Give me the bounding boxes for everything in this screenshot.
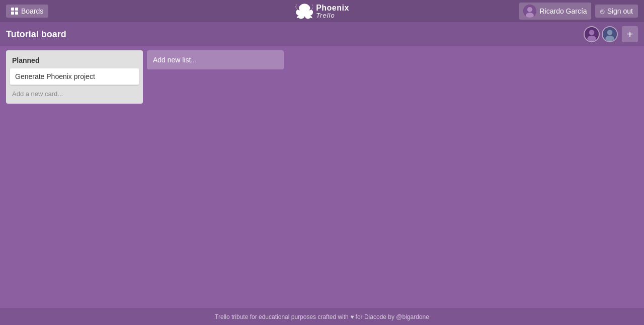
user-button[interactable]: Ricardo García [519, 3, 591, 20]
logo-phoenix: Phoenix [316, 4, 349, 12]
signout-label: Sign out [607, 7, 633, 15]
footer-text-part1: Trello tribute for educational purposes … [215, 313, 349, 320]
logo-trello: Trello [316, 12, 349, 19]
add-card-button-planned[interactable]: Add a new card... [10, 88, 139, 100]
boards-button[interactable]: Boards [6, 5, 48, 18]
board-title: Tutorial board [6, 29, 66, 40]
navbar-center: Phoenix Trello [295, 3, 349, 19]
member-avatar-2[interactable] [602, 26, 618, 42]
add-list-label: Add new list... [153, 56, 197, 64]
svg-point-8 [607, 30, 613, 35]
add-member-icon: + [627, 29, 633, 40]
add-list-button[interactable]: Add new list... [147, 50, 284, 69]
signout-button[interactable]: ⎋ Sign out [595, 5, 638, 18]
board-content: Planned Generate Phoenix project Add a n… [0, 46, 644, 308]
add-member-button[interactable]: + [622, 26, 638, 42]
boards-icon [11, 8, 18, 15]
signout-icon: ⎋ [600, 7, 604, 15]
navbar-left: Boards [6, 5, 48, 18]
add-card-label: Add a new card... [12, 90, 63, 98]
svg-point-0 [299, 8, 301, 9]
logo-bird-icon [295, 3, 313, 19]
user-avatar-image [523, 5, 536, 18]
footer-text: Trello tribute for educational purposes … [215, 313, 429, 320]
svg-point-6 [587, 36, 596, 42]
list-title-planned: Planned [10, 54, 139, 68]
user-name-label: Ricardo García [539, 7, 587, 15]
board-header-right: + [584, 26, 638, 42]
card-text: Generate Phoenix project [15, 72, 95, 80]
member-avatar-2-image [603, 26, 617, 42]
board-header: Tutorial board + [0, 22, 644, 46]
footer-heart: ♥ [350, 313, 354, 320]
footer-text-part2: for Diacode by @bigardone [356, 313, 429, 320]
navbar: Boards Phoenix Trello [0, 0, 644, 22]
logo-container: Phoenix Trello [295, 3, 349, 19]
svg-point-9 [605, 36, 614, 42]
svg-point-2 [527, 7, 532, 12]
navbar-right: Ricardo García ⎋ Sign out [519, 3, 638, 20]
logo-text: Phoenix Trello [316, 4, 349, 19]
boards-label: Boards [21, 7, 43, 15]
svg-point-5 [589, 30, 595, 35]
card-generate-phoenix[interactable]: Generate Phoenix project [10, 68, 139, 85]
member-avatar-1[interactable] [584, 26, 600, 42]
user-avatar [523, 5, 536, 18]
list-planned: Planned Generate Phoenix project Add a n… [6, 50, 143, 104]
member-avatar-1-image [585, 26, 599, 42]
footer: Trello tribute for educational purposes … [0, 308, 644, 325]
